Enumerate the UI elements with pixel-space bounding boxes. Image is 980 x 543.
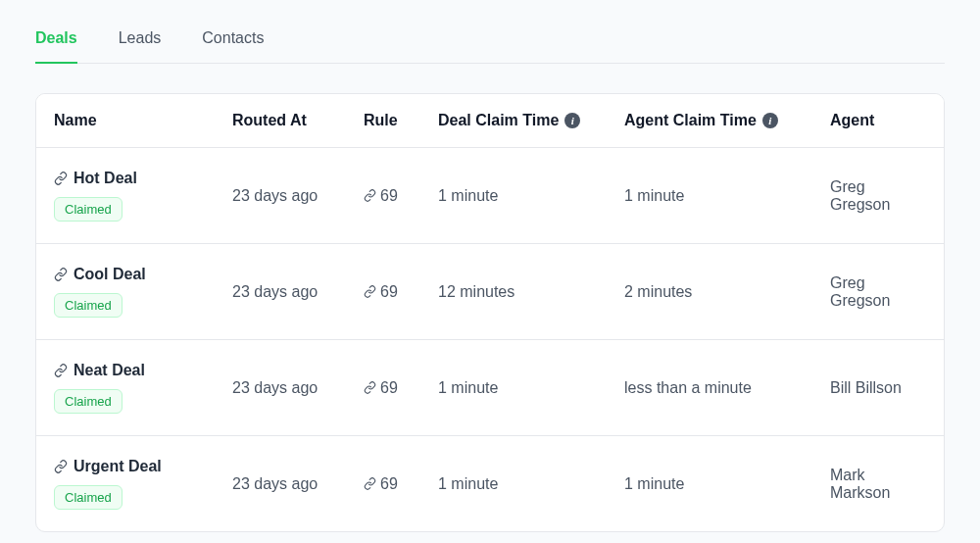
tab-label: Contacts (202, 29, 264, 46)
tab-deals[interactable]: Deals (35, 29, 77, 63)
tab-contacts[interactable]: Contacts (202, 29, 264, 63)
cell-routed-at: 23 days ago (232, 283, 364, 301)
deal-name-link[interactable]: Urgent Deal (54, 458, 232, 475)
rule-value: 69 (380, 187, 398, 205)
col-routed-at: Routed At (232, 112, 364, 129)
table-row: Urgent DealClaimed23 days ago691 minute1… (36, 436, 944, 531)
table-row: Neat DealClaimed23 days ago691 minuteles… (36, 340, 944, 436)
deal-name-text: Hot Deal (74, 170, 137, 187)
col-deal-claim-time: Deal Claim Time i (438, 112, 624, 129)
col-label: Agent Claim Time (624, 112, 757, 129)
table-row: Hot DealClaimed23 days ago691 minute1 mi… (36, 148, 944, 244)
col-rule: Rule (364, 112, 438, 129)
info-icon[interactable]: i (762, 113, 778, 128)
cell-routed-at: 23 days ago (232, 475, 364, 493)
tab-label: Leads (119, 29, 162, 46)
status-badge: Claimed (54, 389, 122, 414)
cell-deal-claim-time: 1 minute (438, 187, 624, 205)
cell-agent: Greg Gregson (830, 178, 926, 214)
col-label: Name (54, 112, 97, 129)
cell-name: Neat DealClaimed (54, 362, 232, 414)
col-label: Agent (830, 112, 874, 129)
status-badge: Claimed (54, 485, 122, 510)
cell-agent: Bill Billson (830, 379, 926, 397)
deals-table: Name Routed At Rule Deal Claim Time i Ag… (35, 93, 945, 532)
link-icon (54, 460, 68, 473)
link-icon (364, 477, 376, 490)
cell-agent: Greg Gregson (830, 274, 926, 310)
deal-name-link[interactable]: Hot Deal (54, 170, 232, 187)
link-icon (364, 285, 376, 298)
link-icon (364, 381, 376, 394)
link-icon (54, 268, 68, 281)
cell-name: Cool DealClaimed (54, 266, 232, 318)
cell-agent-claim-time: 1 minute (624, 187, 830, 205)
status-badge: Claimed (54, 293, 122, 318)
deal-name-link[interactable]: Neat Deal (54, 362, 232, 379)
deal-name-link[interactable]: Cool Deal (54, 266, 232, 283)
cell-routed-at: 23 days ago (232, 379, 364, 397)
tab-label: Deals (35, 29, 77, 46)
col-agent: Agent (830, 112, 926, 129)
cell-rule[interactable]: 69 (364, 379, 438, 397)
cell-deal-claim-time: 1 minute (438, 475, 624, 493)
cell-agent-claim-time: 1 minute (624, 475, 830, 493)
col-label: Deal Claim Time (438, 112, 559, 129)
rule-value: 69 (380, 379, 398, 397)
col-name: Name (54, 112, 232, 129)
cell-rule[interactable]: 69 (364, 283, 438, 301)
cell-agent-claim-time: 2 minutes (624, 283, 830, 301)
cell-deal-claim-time: 1 minute (438, 379, 624, 397)
rule-value: 69 (380, 475, 398, 493)
cell-rule[interactable]: 69 (364, 475, 438, 493)
deal-name-text: Urgent Deal (74, 458, 162, 475)
cell-agent: Mark Markson (830, 467, 926, 502)
table-row: Cool DealClaimed23 days ago6912 minutes2… (36, 244, 944, 340)
cell-deal-claim-time: 12 minutes (438, 283, 624, 301)
cell-name: Hot DealClaimed (54, 170, 232, 222)
cell-routed-at: 23 days ago (232, 187, 364, 205)
tabs: Deals Leads Contacts (35, 0, 945, 64)
col-agent-claim-time: Agent Claim Time i (624, 112, 830, 129)
cell-rule[interactable]: 69 (364, 187, 438, 205)
tab-leads[interactable]: Leads (119, 29, 162, 63)
rule-value: 69 (380, 283, 398, 301)
table-header-row: Name Routed At Rule Deal Claim Time i Ag… (36, 94, 944, 148)
deal-name-text: Neat Deal (74, 362, 145, 379)
col-label: Rule (364, 112, 398, 129)
status-badge: Claimed (54, 197, 122, 222)
cell-name: Urgent DealClaimed (54, 458, 232, 510)
cell-agent-claim-time: less than a minute (624, 379, 830, 397)
link-icon (54, 364, 68, 377)
deal-name-text: Cool Deal (74, 266, 146, 283)
link-icon (54, 172, 68, 185)
link-icon (364, 189, 376, 202)
col-label: Routed At (232, 112, 307, 129)
info-icon[interactable]: i (564, 113, 580, 128)
